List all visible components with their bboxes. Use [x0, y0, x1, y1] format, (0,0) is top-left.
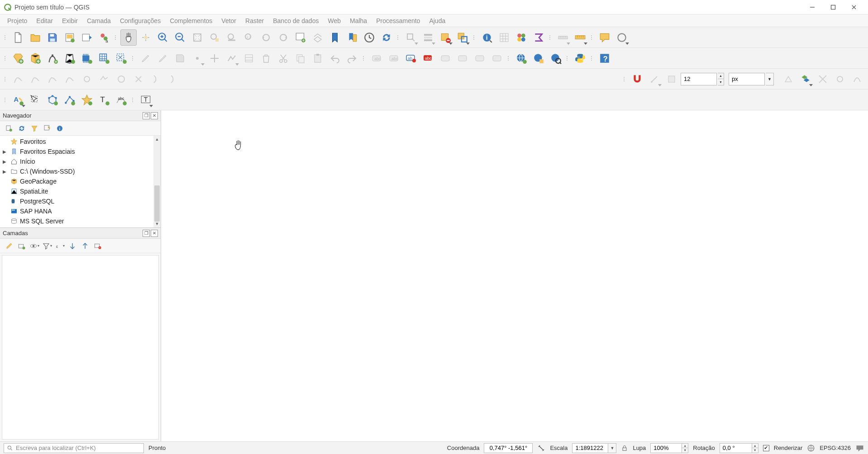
create-marker-annotation-button[interactable] [79, 92, 95, 108]
no-action-button[interactable] [614, 29, 630, 46]
select-by-location-button[interactable] [454, 29, 471, 46]
refresh-browser-button[interactable] [16, 123, 27, 134]
pan-map-button[interactable] [120, 29, 137, 46]
coordinate-input[interactable] [484, 443, 533, 453]
new-mesh-layer-button[interactable] [96, 50, 112, 66]
menu-projeto[interactable]: Projeto [3, 15, 32, 26]
toolbar-grip[interactable] [591, 52, 594, 65]
deselect-all-button[interactable] [437, 29, 453, 46]
panel-float-button[interactable]: ❐ [143, 112, 150, 119]
toolbar-grip[interactable] [508, 52, 510, 65]
modify-annotations-button[interactable] [27, 92, 43, 108]
scroll-down[interactable]: ▼ [153, 220, 161, 227]
locator-search[interactable]: Escreva para localizar (Ctrl+K) [4, 443, 144, 453]
remove-layer-button[interactable] [92, 241, 103, 251]
tree-item-mssql[interactable]: MS SQL Server [0, 216, 161, 226]
map-canvas[interactable] [161, 110, 868, 441]
snapping-tolerance-input[interactable] [681, 73, 717, 85]
spinner-down[interactable]: ▼ [752, 448, 758, 453]
style-manager-button[interactable]: a [96, 29, 112, 46]
toolbar-grip[interactable] [132, 93, 135, 107]
avoid-overlap-button[interactable] [797, 71, 814, 87]
create-text-at-point-button[interactable]: T [96, 92, 112, 108]
collapse-all-button[interactable] [42, 123, 52, 134]
new-memory-layer-button[interactable] [79, 50, 95, 66]
toolbar-grip[interactable] [567, 52, 569, 65]
field-calculator-button[interactable] [513, 29, 529, 46]
rotation-input[interactable] [720, 443, 752, 453]
new-bookmark-button[interactable] [327, 29, 343, 46]
zoom-out-button[interactable] [172, 29, 188, 46]
tree-item-geopackage[interactable]: GeoPackage [0, 176, 161, 186]
snapping-unit-dropdown[interactable]: ▼ [766, 73, 774, 85]
snapping-unit-select[interactable] [729, 73, 765, 85]
menu-editar[interactable]: Editar [32, 15, 57, 26]
create-line-annotation-button[interactable] [62, 92, 78, 108]
spinner-up[interactable]: ▲ [718, 73, 724, 80]
show-bookmarks-button[interactable] [344, 29, 360, 46]
browser-scrollbar[interactable]: ▲ ▼ [153, 136, 161, 227]
tree-item-postgresql[interactable]: PostgreSQL [0, 196, 161, 206]
toolbar-grip[interactable] [473, 31, 476, 44]
layout-manager-button[interactable] [79, 29, 95, 46]
toolbar-grip[interactable] [363, 52, 366, 65]
toggle-extents-icon[interactable] [537, 444, 545, 452]
map-tips-button[interactable] [596, 29, 613, 46]
help-button[interactable]: ? [596, 50, 613, 66]
tree-item-inicio[interactable]: ▶ Início [0, 156, 161, 166]
filter-legend-button[interactable]: ▾ [42, 241, 52, 251]
open-project-button[interactable] [27, 29, 43, 46]
new-virtual-layer-button[interactable] [113, 50, 129, 66]
spinner-down[interactable]: ▼ [718, 79, 724, 85]
magnifier-input[interactable] [650, 443, 682, 453]
menu-camada[interactable]: Camada [82, 15, 115, 26]
filter-by-expression-button[interactable]: ε▾ [54, 241, 65, 251]
menu-exibir[interactable]: Exibir [57, 15, 82, 26]
new-geopackage-button[interactable] [27, 50, 43, 66]
menu-ajuda[interactable]: Ajuda [424, 15, 450, 26]
measure-tool-button[interactable] [572, 29, 588, 46]
menu-banco-dados[interactable]: Banco de dados [268, 15, 323, 26]
scale-dropdown[interactable]: ▼ [608, 443, 616, 453]
menu-processamento[interactable]: Processamento [372, 15, 424, 26]
window-minimize-button[interactable] [802, 0, 823, 14]
toolbar-grip[interactable] [115, 31, 118, 44]
add-vector-layer-button[interactable] [10, 50, 26, 66]
temporal-controller-button[interactable] [361, 29, 377, 46]
toolbar-grip[interactable] [549, 31, 552, 44]
scroll-up[interactable]: ▲ [153, 136, 161, 143]
toolbar-grip[interactable] [624, 72, 626, 86]
new-project-button[interactable] [10, 29, 26, 46]
menu-configuracoes[interactable]: Configurações [115, 15, 165, 26]
toolbar-grip[interactable] [5, 31, 7, 44]
toolbar-grip[interactable] [5, 72, 7, 86]
messages-icon[interactable] [855, 444, 864, 453]
toolbar-grip[interactable] [591, 31, 594, 44]
menu-complementos[interactable]: Complementos [165, 15, 217, 26]
add-wms-layer-button[interactable] [513, 50, 529, 66]
panel-close-button[interactable]: ✕ [151, 230, 158, 237]
render-checkbox[interactable]: ✔ [763, 445, 769, 451]
toolbar-grip[interactable] [397, 31, 400, 44]
crs-button[interactable]: EPSG:4326 [820, 445, 851, 451]
statistics-button[interactable] [530, 29, 547, 46]
create-polygon-annotation-button[interactable] [44, 92, 61, 108]
window-close-button[interactable] [844, 0, 864, 14]
menu-web[interactable]: Web [323, 15, 345, 26]
tree-item-spatialite[interactable]: SpatiaLite [0, 186, 161, 196]
open-layer-styling-button[interactable] [4, 241, 14, 251]
expand-all-button[interactable] [67, 241, 78, 251]
scroll-thumb[interactable] [154, 185, 160, 222]
menu-vetor[interactable]: Vetor [217, 15, 241, 26]
toolbar-grip[interactable] [5, 52, 7, 65]
tree-item-sap-hana[interactable]: SAP HANA [0, 206, 161, 216]
new-print-layout-button[interactable] [62, 29, 78, 46]
filter-browser-button[interactable] [29, 123, 40, 134]
manage-map-themes-button[interactable]: ▾ [29, 241, 40, 251]
toolbar-grip[interactable] [5, 93, 7, 107]
new-shapefile-button[interactable] [44, 50, 61, 66]
new-spatialite-button[interactable] [62, 50, 78, 66]
collapse-all-button[interactable] [80, 241, 91, 251]
add-group-button[interactable] [16, 241, 27, 251]
create-text-along-line-button[interactable]: abc [113, 92, 129, 108]
